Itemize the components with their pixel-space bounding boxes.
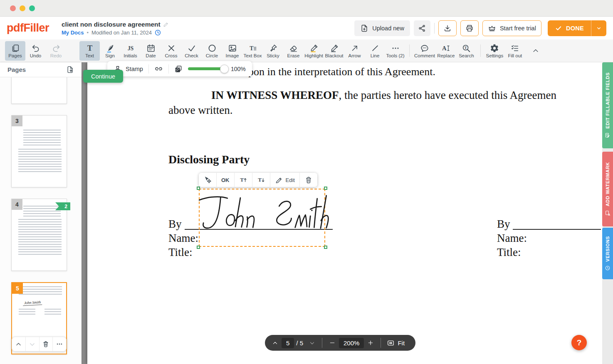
toolbar-item-redo[interactable]: Redo (46, 41, 66, 61)
start-free-trial-button[interactable]: Start free trial (482, 20, 541, 36)
zoom-in-button[interactable] (364, 335, 377, 351)
fillout-icon (510, 44, 519, 53)
rename-icon[interactable] (163, 22, 169, 27)
sign-icon (106, 44, 115, 53)
toolbar-item-image[interactable]: Image (222, 41, 242, 61)
toolbar-item-replace[interactable]: AReplace (436, 41, 456, 61)
toolbar-divider (480, 44, 481, 57)
resize-handle-bottom-left[interactable] (197, 246, 200, 249)
signature-toolbar: OK T T Edit (199, 173, 317, 187)
side-tab-add-watermark[interactable]: ADD WATERMARKA (602, 152, 613, 226)
toolbar-item-sticky[interactable]: Sticky (263, 41, 283, 61)
toolbar-item-fillout[interactable]: Fill out (505, 41, 525, 61)
page-thumbnail-5[interactable]: 5John Smith (11, 282, 67, 354)
side-tab-label: ADD WATERMARK (605, 162, 610, 207)
page-settings-icon[interactable] (66, 66, 74, 74)
svg-text:A: A (608, 213, 610, 216)
doc-witness-bold: IN WITNESS WHEREOF (211, 89, 339, 101)
toolbar-item-initials[interactable]: JSInitials (120, 41, 141, 61)
help-button[interactable]: ? (571, 335, 587, 350)
right-scroll-rail[interactable]: EDIT FILLABLE FIELDSADD WATERMARKAVERSIO… (602, 62, 613, 364)
zoom-out-button[interactable] (326, 335, 339, 351)
doc-right-title: Title: (497, 246, 521, 259)
more-page-options-button[interactable] (53, 337, 66, 351)
zoom-value[interactable]: 200% (339, 338, 364, 348)
download-button[interactable] (438, 20, 457, 36)
move-page-down-button[interactable] (26, 337, 40, 351)
toolbar-item-label: Image (226, 53, 239, 58)
signature[interactable] (195, 189, 329, 234)
toolbar-item-tools[interactable]: Tools (2) (385, 41, 405, 61)
toolbar-item-sign[interactable]: Sign (100, 41, 120, 61)
thumbnail-text-lines (19, 309, 35, 315)
toolbar-item-blackout[interactable]: Blackout (324, 41, 344, 61)
opacity-slider-knob[interactable] (220, 64, 229, 73)
done-dropdown-caret[interactable] (591, 20, 606, 36)
current-page-input[interactable]: 5 (282, 338, 294, 348)
undo-icon (31, 44, 40, 53)
side-tab-label: EDIT FILLABLE FIELDS (605, 72, 610, 128)
fullscreen-traffic-light[interactable] (29, 5, 35, 11)
toolbar-item-date[interactable]: Date (141, 41, 161, 61)
collapse-toolbar-chevron-icon[interactable] (532, 47, 539, 54)
delete-signature-button[interactable] (300, 173, 317, 187)
toolbar-item-settings[interactable]: Settings (484, 41, 505, 61)
next-page-button[interactable] (305, 335, 319, 351)
done-button[interactable]: DONE (548, 20, 606, 36)
toolbar-item-comment[interactable]: Comment (413, 41, 436, 61)
document-viewport[interactable]: be used or relied upon in the interpreta… (82, 62, 613, 364)
page-thumbnails: 3425John Smith (0, 77, 82, 364)
edit-signature-button[interactable]: Edit (270, 173, 300, 187)
document-title: client non disclosure agreement (62, 21, 161, 28)
share-button[interactable] (414, 20, 430, 36)
page-thumbnail-4[interactable]: 42 (11, 199, 67, 271)
toolbar-item-check[interactable]: Check (181, 41, 202, 61)
side-tab-versions[interactable]: VERSIONS (602, 228, 613, 279)
previous-page-button[interactable] (268, 335, 282, 351)
toolbar-item-textbox[interactable]: TText Box (242, 41, 263, 61)
toolbar-item-label: Fill out (508, 53, 522, 58)
toolbar-item-label: Replace (437, 53, 455, 58)
toolbar-item-circle[interactable]: Circle (202, 41, 222, 61)
opacity-slider[interactable] (188, 67, 225, 70)
upload-doc-icon (360, 24, 368, 32)
signature-selection-box[interactable] (199, 189, 325, 247)
page-thumbnail-3[interactable]: 3 (11, 115, 67, 187)
thumbnail-signature: John Smith (23, 300, 42, 306)
circle-icon (208, 44, 217, 53)
toolbar-item-arrow[interactable]: Arrow (344, 41, 365, 61)
toolbar-item-pages[interactable]: Pages (5, 41, 25, 61)
print-button[interactable] (460, 20, 479, 36)
upload-new-button[interactable]: Upload new (354, 20, 410, 36)
resize-handle-bottom-right[interactable] (324, 246, 327, 249)
toolbar-item-line[interactable]: Line (365, 41, 385, 61)
toolbar-item-undo[interactable]: Undo (25, 41, 46, 61)
decrease-size-button[interactable]: T (252, 173, 270, 187)
toolbar-item-text[interactable]: TText (79, 41, 100, 61)
fit-button[interactable]: Fit (384, 339, 407, 347)
page-thumbnail[interactable] (11, 77, 67, 104)
toolbar-item-highlight[interactable]: Highlight (304, 41, 324, 61)
increase-size-button[interactable]: T (235, 173, 252, 187)
toolbar-item-erase[interactable]: Erase (283, 41, 304, 61)
toolbar-item-search[interactable]: TSearch (456, 41, 477, 61)
doc-left-title: Title: (168, 246, 193, 259)
side-tab-edit-fillable-fields[interactable]: EDIT FILLABLE FIELDS (602, 62, 613, 148)
doc-left-name: Name: (168, 232, 198, 245)
breadcrumb-my-docs[interactable]: My Docs (62, 30, 84, 36)
minimize-traffic-light[interactable] (20, 5, 25, 11)
link-button[interactable] (149, 61, 168, 76)
move-page-up-button[interactable] (12, 337, 26, 351)
window-controls[interactable] (10, 5, 35, 11)
continue-button[interactable]: Continue (83, 70, 123, 83)
edit-label: Edit (286, 177, 295, 183)
breadcrumb-separator: • (87, 30, 89, 36)
close-traffic-light[interactable] (10, 5, 16, 11)
delete-page-button[interactable] (40, 337, 53, 351)
history-clock-icon[interactable] (155, 30, 161, 36)
move-handle[interactable] (199, 173, 217, 187)
toolbar-item-label: Circle (206, 53, 218, 58)
ok-button[interactable]: OK (217, 173, 235, 187)
svg-text:JS: JS (127, 45, 133, 52)
toolbar-item-cross[interactable]: Cross (161, 41, 181, 61)
